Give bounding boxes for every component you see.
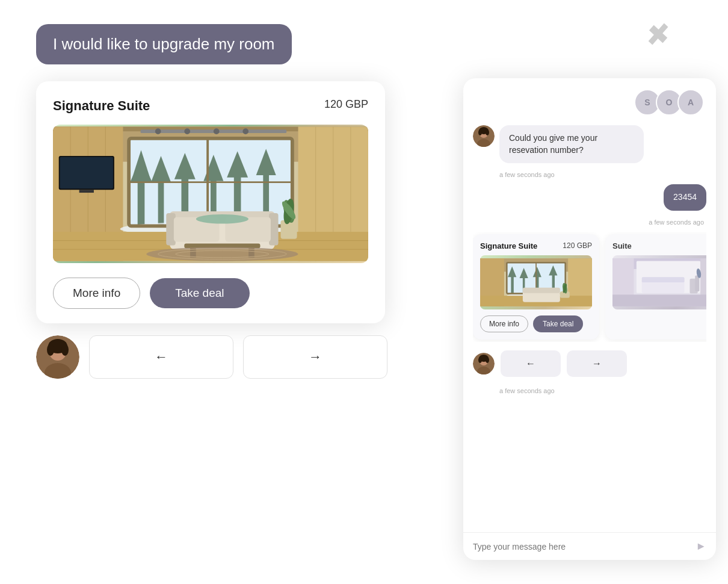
svg-rect-50	[79, 190, 94, 193]
nav-row: ← →	[36, 335, 457, 379]
chat-input[interactable]	[473, 542, 689, 551]
avatar	[36, 335, 79, 379]
send-icon[interactable]: ►	[696, 540, 706, 553]
user-message-time: a few seconds ago	[473, 219, 706, 226]
mini-take-deal-button[interactable]: Take deal	[533, 315, 583, 332]
chat-nav-time: a few seconds ago	[473, 387, 706, 394]
svg-rect-101	[642, 277, 685, 282]
svg-point-52	[155, 128, 161, 134]
mini-card-1-price: 120 GBP	[563, 241, 592, 250]
speech-bubble-text: I would like to upgrade my room	[53, 35, 275, 53]
chat-nav-row: ← →	[473, 348, 706, 379]
user-message-text: 23454	[673, 192, 697, 202]
svg-rect-103	[695, 275, 699, 291]
svg-point-40	[196, 214, 248, 224]
card-price: 120 GBP	[324, 98, 368, 111]
card-title: Signature Suite	[53, 98, 150, 114]
svg-point-55	[242, 128, 248, 134]
main-card: Signature Suite 120 GBP	[36, 81, 385, 323]
svg-point-63	[47, 344, 54, 356]
mini-card-2-image	[612, 255, 706, 309]
svg-point-54	[214, 128, 220, 134]
user-message-bubble: 23454	[664, 184, 706, 211]
mini-card-1-title: Signature Suite	[480, 241, 537, 250]
soa-icon-a: A	[677, 89, 704, 116]
more-info-button[interactable]: More info	[53, 278, 140, 309]
agent-message-row: Could you give me your resevation number…	[473, 125, 706, 163]
chat-header: S O A	[463, 78, 716, 120]
chat-input-area: ►	[463, 532, 716, 560]
chat-panel: S O A Could you give me your resevation …	[463, 78, 716, 560]
svg-rect-76	[511, 275, 513, 294]
chat-messages: Could you give me your resevation number…	[463, 120, 716, 532]
left-section: I would like to upgrade my room Signatur…	[36, 24, 457, 379]
mini-card-2-title: Suite	[612, 241, 632, 250]
decorative-squiggle: ✖	[641, 16, 670, 54]
chat-next-button[interactable]: →	[567, 350, 627, 377]
take-deal-button[interactable]: Take deal	[150, 278, 249, 308]
mini-card-1: Signature Suite 120 GBP	[473, 234, 599, 340]
user-message-row: 23454	[473, 184, 706, 211]
card-image	[53, 125, 368, 263]
svg-point-70	[486, 129, 489, 135]
mini-card-1-header: Signature Suite 120 GBP	[480, 241, 592, 250]
svg-point-69	[478, 129, 482, 135]
chat-prev-button[interactable]: ←	[501, 350, 561, 377]
chat-nav-avatar	[473, 353, 495, 374]
agent-message-time: a few seconds ago	[473, 171, 706, 178]
svg-point-109	[478, 357, 482, 363]
svg-point-110	[486, 357, 489, 363]
svg-rect-90	[523, 288, 560, 293]
agent-message-bubble: Could you give me your resevation number…	[499, 125, 644, 163]
mini-cards-row: Signature Suite 120 GBP	[473, 232, 706, 342]
next-button[interactable]: →	[243, 335, 387, 379]
soa-icons: S O A	[634, 89, 704, 116]
svg-rect-13	[158, 179, 164, 226]
mini-card-1-actions: More info Take deal	[480, 315, 592, 332]
svg-rect-99	[612, 294, 706, 306]
svg-point-56	[146, 247, 298, 261]
mini-card-2: Suite	[605, 234, 706, 340]
svg-point-53	[184, 128, 190, 134]
agent-message-text: Could you give me your resevation number…	[509, 133, 597, 155]
card-header: Signature Suite 120 GBP	[53, 98, 368, 114]
speech-bubble: I would like to upgrade my room	[36, 24, 292, 64]
agent-avatar	[473, 125, 495, 147]
card-actions: More info Take deal	[53, 278, 368, 309]
mini-card-1-image	[480, 255, 592, 309]
prev-button[interactable]: ←	[89, 335, 233, 379]
svg-point-64	[61, 344, 69, 356]
mini-more-info-button[interactable]: More info	[480, 315, 528, 332]
svg-rect-49	[60, 157, 113, 188]
mini-card-2-header: Suite	[612, 241, 706, 250]
